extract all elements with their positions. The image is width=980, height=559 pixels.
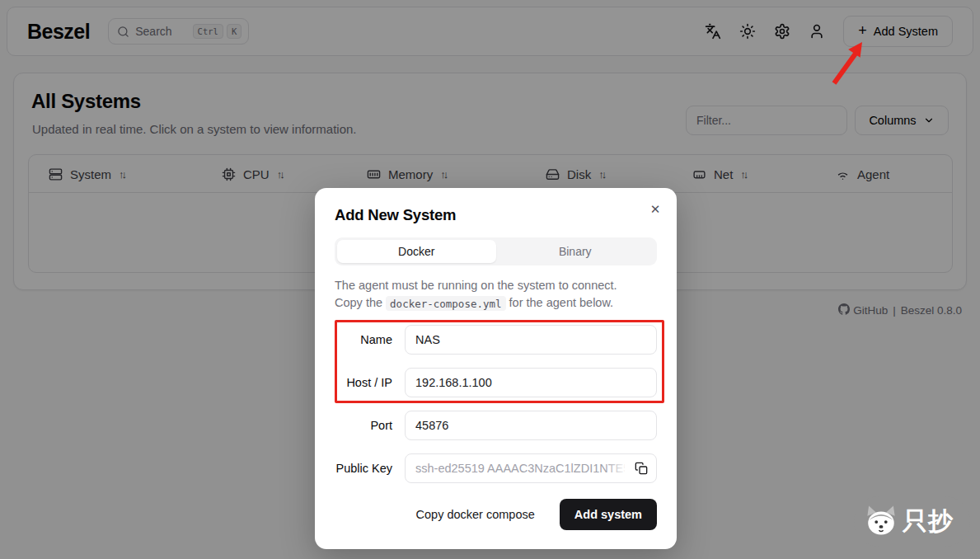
port-field[interactable] (405, 411, 657, 440)
docker-compose-code-chip: docker-compose.yml (386, 296, 505, 311)
add-new-system-dialog: ✕ Add New System Docker Binary The agent… (315, 188, 677, 549)
dialog-description: The agent must be running on the system … (335, 277, 657, 312)
dialog-footer: Copy docker compose Add system (335, 499, 657, 530)
dialog-title: Add New System (335, 206, 657, 224)
beszel-app: Beszel Search Ctrl K (0, 0, 980, 559)
tab-docker[interactable]: Docker (337, 240, 496, 263)
watermark-text: 只抄 (903, 505, 954, 538)
public-key-field[interactable] (405, 453, 657, 483)
close-icon[interactable]: ✕ (645, 200, 665, 219)
copy-icon[interactable] (633, 460, 649, 477)
description-line2-suffix: for the agent below. (506, 296, 614, 309)
husky-icon (864, 503, 898, 541)
name-field-row: Name (335, 325, 657, 355)
port-field-label: Port (335, 419, 392, 432)
watermark-badge: 只抄 (854, 496, 970, 547)
host-ip-field-row: Host / IP (335, 368, 657, 397)
host-ip-field[interactable] (405, 368, 657, 397)
name-field-label: Name (335, 333, 392, 346)
host-ip-field-label: Host / IP (335, 376, 392, 389)
public-key-field-label: Public Key (335, 462, 392, 475)
name-field[interactable] (405, 325, 657, 355)
copy-docker-compose-button[interactable]: Copy docker compose (416, 508, 535, 521)
add-system-submit-button[interactable]: Add system (560, 499, 657, 530)
description-line1: The agent must be running on the system … (335, 279, 617, 292)
tab-binary[interactable]: Binary (496, 240, 655, 263)
dialog-tabs: Docker Binary (335, 237, 657, 265)
public-key-field-row: Public Key (335, 453, 657, 483)
port-field-row: Port (335, 411, 657, 440)
description-line2-prefix: Copy the (335, 296, 386, 309)
